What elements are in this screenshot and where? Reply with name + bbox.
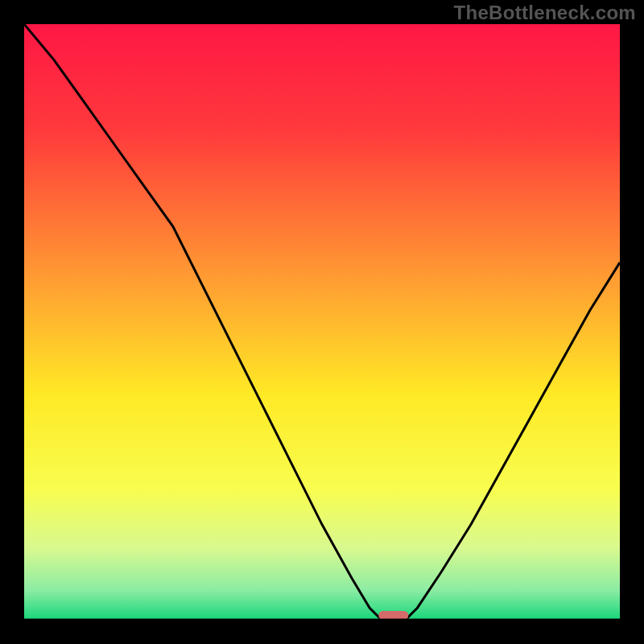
watermark-text: TheBottleneck.com <box>454 2 636 24</box>
optimal-marker <box>378 611 408 620</box>
bottleneck-chart <box>24 24 620 620</box>
chart-background <box>24 24 620 620</box>
chart-frame: TheBottleneck.com <box>0 0 644 644</box>
